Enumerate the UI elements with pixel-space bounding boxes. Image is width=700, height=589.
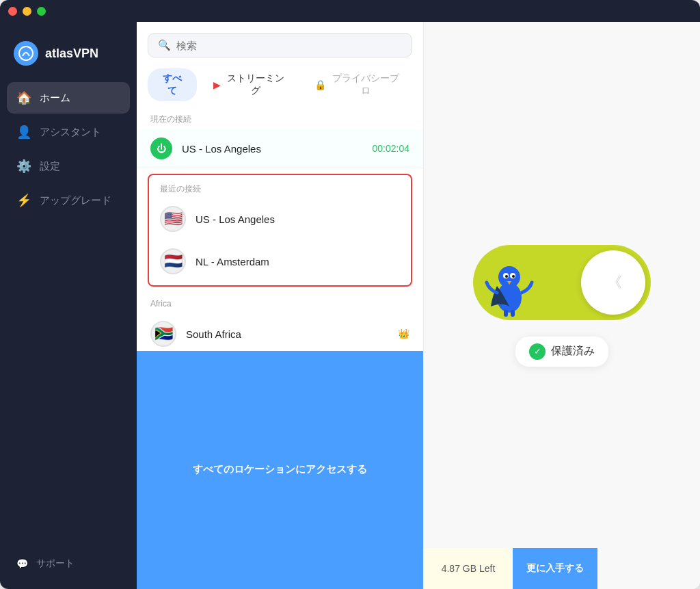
sidebar-nav: 🏠 ホーム 👤 アシスタント ⚙️ 設定 ⚡ アップグレード (0, 82, 137, 549)
filter-tab-all[interactable]: すべて (148, 68, 197, 101)
recent-connections-section: 最近の接続 🇺🇸 US - Los Angeles 🇳🇱 NL - Amster… (148, 174, 412, 287)
mascot-illustration (479, 248, 540, 317)
sidebar-item-assistant[interactable]: 👤 アシスタント (7, 116, 130, 148)
streaming-icon: ▶ (213, 79, 221, 90)
sidebar-logo: atlasVPN (0, 33, 137, 82)
lock-icon: 🔒 (314, 79, 326, 90)
search-bar: 🔍 (137, 22, 423, 63)
protected-badge: ✓ 保護済み (515, 337, 608, 367)
support-icon: 💬 (16, 558, 28, 569)
filter-tab-privacy[interactable]: 🔒 プライバシープロ (304, 68, 412, 101)
svg-point-6 (512, 275, 515, 278)
search-icon: 🔍 (158, 39, 171, 51)
flag-us: 🇺🇸 (160, 206, 186, 232)
main-content: 🔍 すべて ▶ ストリーミング 🔒 プライバシープロ (137, 22, 700, 589)
streaming-label: ストリーミング (225, 73, 287, 97)
app-window: atlasVPN 🏠 ホーム 👤 アシスタント ⚙️ 設定 ⚡ アップグレード (0, 0, 700, 589)
search-input[interactable] (176, 40, 402, 51)
sidebar-item-assistant-label: アシスタント (40, 126, 101, 139)
location-list: 現在の接続 ⏻ US - Los Angeles 00:02:04 最近の接続 … (137, 101, 423, 351)
sidebar-support-label: サポート (36, 558, 75, 570)
protected-label: 保護済み (551, 344, 595, 358)
sidebar-item-home[interactable]: 🏠 ホーム (7, 82, 130, 114)
check-icon: ✓ (529, 343, 546, 360)
sidebar-item-upgrade[interactable]: ⚡ アップグレード (7, 185, 130, 216)
svg-rect-8 (511, 310, 515, 317)
flag-za: 🇿🇦 (150, 321, 176, 347)
app-body: atlasVPN 🏠 ホーム 👤 アシスタント ⚙️ 設定 ⚡ アップグレード (0, 22, 700, 589)
logo-text: atlasVPN (45, 47, 98, 61)
recent-connections-label: 最近の接続 (149, 178, 411, 198)
svg-point-2 (498, 266, 520, 288)
vpn-toggle-container: 《 ✓ 保護済み (473, 245, 651, 367)
connection-timer: 00:02:04 (373, 143, 410, 154)
chevron-left-icon: 《 (607, 272, 619, 293)
search-input-wrap[interactable]: 🔍 (148, 33, 412, 57)
recent-item-nl-amsterdam[interactable]: 🇳🇱 NL - Amsterdam (149, 240, 411, 283)
svg-point-5 (505, 275, 508, 278)
close-button[interactable] (8, 7, 17, 16)
minimize-button[interactable] (23, 7, 31, 16)
sidebar-item-home-label: ホーム (40, 92, 70, 105)
sidebar-item-support[interactable]: 💬 サポート (0, 549, 137, 578)
location-south-africa[interactable]: 🇿🇦 South Africa 👑 (137, 313, 423, 351)
sidebar-item-settings[interactable]: ⚙️ 設定 (7, 150, 130, 182)
recent-item-us-la[interactable]: 🇺🇸 US - Los Angeles (149, 198, 411, 240)
assistant-icon: 👤 (16, 125, 31, 140)
maximize-button[interactable] (37, 7, 46, 16)
data-remaining: 4.87 GB Left (424, 548, 513, 589)
logo-icon (14, 41, 38, 66)
recent-server-nl: NL - Amsterdam (196, 256, 400, 267)
power-icon: ⏻ (150, 138, 172, 159)
titlebar (0, 0, 700, 22)
current-connection-label: 現在の接続 (137, 107, 423, 129)
recent-server-us: US - Los Angeles (196, 213, 400, 225)
sidebar-item-settings-label: 設定 (40, 160, 60, 173)
upgrade-icon: ⚡ (16, 193, 31, 208)
sidebar-item-upgrade-label: アップグレード (40, 194, 111, 207)
filter-tab-streaming[interactable]: ▶ ストリーミング (202, 68, 298, 101)
south-africa-name: South Africa (186, 328, 386, 340)
right-panel: 《 ✓ 保護済み 4.87 GB Left 更に入手する (424, 22, 700, 589)
privacy-label: プライバシープロ (330, 73, 401, 97)
filter-tabs: すべて ▶ ストリーミング 🔒 プライバシープロ (137, 63, 423, 101)
sidebar: atlasVPN 🏠 ホーム 👤 アシスタント ⚙️ 設定 ⚡ アップグレード (0, 22, 137, 589)
right-bottom-bar: 4.87 GB Left 更に入手する (424, 548, 700, 589)
vpn-toggle[interactable]: 《 (473, 245, 651, 320)
svg-rect-7 (504, 310, 508, 317)
settings-icon: ⚙️ (16, 159, 31, 174)
toggle-knob[interactable]: 《 (581, 250, 645, 315)
current-server-name: US - Los Angeles (182, 143, 363, 155)
region-africa-label: Africa (137, 292, 423, 313)
upgrade-button[interactable]: 更に入手する (513, 548, 597, 589)
current-connection-item[interactable]: ⏻ US - Los Angeles 00:02:04 (137, 129, 423, 168)
home-icon: 🏠 (16, 90, 31, 105)
flag-nl: 🇳🇱 (160, 248, 186, 274)
location-panel: 🔍 すべて ▶ ストリーミング 🔒 プライバシープロ (137, 22, 424, 589)
access-all-locations-button[interactable]: すべてのロケーションにアクセスする (137, 351, 423, 590)
premium-crown-za: 👑 (398, 328, 409, 339)
